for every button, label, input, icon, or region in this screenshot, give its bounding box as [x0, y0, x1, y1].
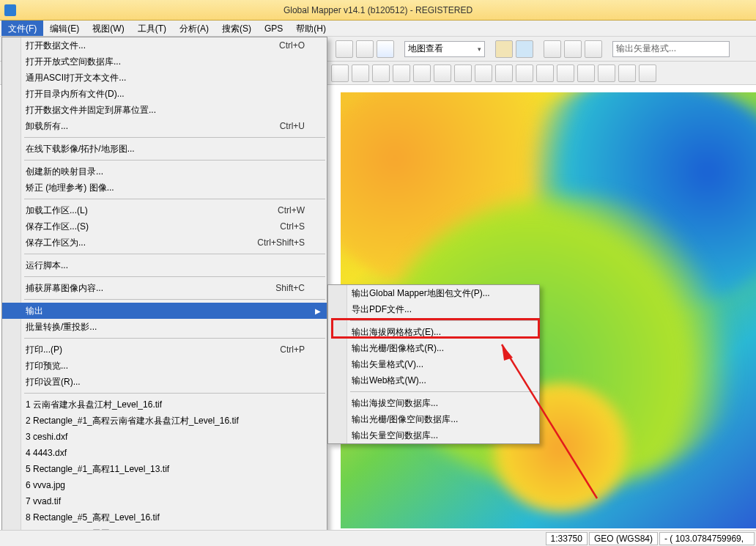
toolbar-button[interactable]: [557, 64, 574, 82]
menu-item[interactable]: 保存工作区为...Ctrl+Shift+S: [2, 235, 327, 251]
menu-bar: 文件(F)编辑(E)视图(W)工具(T)分析(A)搜索(S)GPS帮助(H): [0, 21, 756, 37]
feature-search-input[interactable]: [612, 41, 730, 57]
menu-item[interactable]: 打开数据文件...Ctrl+O: [2, 37, 327, 54]
menu-GPS[interactable]: GPS: [258, 21, 289, 36]
export-submenu: 输出Global Mapper地图包文件(P)...导出PDF文件...输出海拔…: [327, 284, 540, 444]
menu-item-label: 输出: [26, 305, 43, 317]
menu-shortcut: Ctrl+W: [256, 205, 305, 215]
menu-item[interactable]: 捕获屏幕图像内容...Shift+C: [2, 280, 327, 296]
menu-item-label: 打开数据文件并固定到屏幕位置...: [26, 104, 156, 117]
menu-编辑(E)[interactable]: 编辑(E): [43, 21, 86, 36]
toolbar-button[interactable]: [495, 40, 513, 58]
menu-item[interactable]: 输出Web格式(W)...: [328, 372, 539, 388]
menu-item[interactable]: 打印设置(R)...: [2, 374, 327, 390]
menu-文件(F)[interactable]: 文件(F): [1, 21, 43, 36]
menu-item[interactable]: 输出光栅/图像空间数据库...: [328, 411, 539, 427]
menu-视图(W)[interactable]: 视图(W): [86, 21, 130, 36]
menu-item[interactable]: 输出矢量格式(V)...: [328, 356, 539, 372]
toolbar-button[interactable]: [544, 40, 561, 58]
menu-item-label: 4 4443.dxf: [26, 448, 67, 458]
app-icon: [4, 4, 16, 16]
toolbar-button[interactable]: [475, 64, 492, 82]
menu-item[interactable]: 批量转换/重投影...: [2, 319, 327, 335]
menu-item[interactable]: 创建新的映射目录...: [2, 163, 327, 180]
menu-item[interactable]: 输出海拔网格格式(E)...: [328, 324, 539, 340]
menu-item[interactable]: 打开目录内所有文件(D)...: [2, 86, 327, 102]
toolbar-button[interactable]: [413, 64, 431, 82]
menu-item[interactable]: 保存工作区...(S)Ctrl+S: [2, 218, 327, 235]
menu-item[interactable]: 导出PDF文件...: [328, 301, 539, 317]
menu-item-label: 在线下载影像/拓扑/地形图...: [26, 143, 135, 155]
view-mode-combo[interactable]: 地图查看 ▾: [404, 41, 485, 57]
toolbar-button[interactable]: [564, 40, 582, 58]
toolbar-button[interactable]: [454, 64, 472, 82]
toolbar-button[interactable]: [434, 64, 451, 82]
menu-分析(A)[interactable]: 分析(A): [173, 21, 215, 36]
menu-item[interactable]: 运行脚本...: [2, 257, 327, 273]
toolbar-button[interactable]: [495, 64, 513, 82]
menu-item[interactable]: 3 ceshi.dxf: [2, 429, 327, 445]
menu-item[interactable]: 矫正 (地理参考) 图像...: [2, 180, 327, 196]
menu-item[interactable]: 6 vvva.jpg: [2, 477, 327, 493]
menu-item[interactable]: 5 Rectangle_#1_高程11_Level_13.tif: [2, 461, 327, 477]
menu-item[interactable]: 输出▶: [2, 303, 327, 319]
menu-item[interactable]: 打开开放式空间数据库...: [2, 54, 327, 70]
toolbar-button[interactable]: [393, 64, 410, 82]
menu-item[interactable]: 通用ASCII打开文本文件...: [2, 70, 327, 86]
menu-item[interactable]: 输出Global Mapper地图包文件(P)...: [328, 285, 539, 301]
menu-item[interactable]: 打印...(P)Ctrl+P: [2, 342, 327, 358]
menu-item[interactable]: 2 Rectangle_#1_高程云南省建水县盘江村_Level_16.tif: [2, 413, 327, 429]
file-menu-dropdown: 打开数据文件...Ctrl+O打开开放式空间数据库...通用ASCII打开文本文…: [1, 37, 327, 546]
menu-shortcut: Shift+C: [253, 283, 305, 293]
menu-item-label: 打印...(P): [26, 344, 62, 356]
toolbar-button[interactable]: [618, 64, 636, 82]
menu-separator: [350, 320, 538, 321]
toolbar-button[interactable]: [585, 40, 602, 58]
menu-item[interactable]: 打开数据文件并固定到屏幕位置...: [2, 102, 327, 118]
toolbar-button[interactable]: [536, 64, 554, 82]
menu-item[interactable]: 7 vvad.tif: [2, 493, 327, 509]
toolbar-button[interactable]: [377, 40, 394, 58]
status-scale: 1:33750: [546, 532, 588, 545]
menu-item-label: 输出Web格式(W)...: [352, 375, 426, 387]
status-bar: 1:33750 GEO (WGS84) - ( 103.0784759969,: [0, 530, 756, 546]
toolbar-button[interactable]: [516, 40, 533, 58]
status-projection: GEO (WGS84): [589, 532, 658, 545]
window-title: Global Mapper v14.1 (b120512) - REGISTER…: [0, 5, 756, 15]
menu-separator: [24, 393, 325, 394]
toolbar-button[interactable]: [352, 64, 369, 82]
menu-shortcut: Ctrl+U: [258, 121, 305, 131]
menu-item[interactable]: 打印预览...: [2, 358, 327, 374]
title-bar: Global Mapper v14.1 (b120512) - REGISTER…: [0, 0, 756, 21]
menu-item-label: 2 Rectangle_#1_高程云南省建水县盘江村_Level_16.tif: [26, 415, 239, 427]
menu-shortcut: Ctrl+Shift+S: [235, 237, 305, 248]
toolbar-button[interactable]: [356, 40, 374, 58]
toolbar-button[interactable]: [336, 40, 353, 58]
menu-item[interactable]: 加载工作区...(L)Ctrl+W: [2, 202, 327, 218]
menu-item[interactable]: 输出海拔空间数据库...: [328, 395, 539, 411]
menu-separator: [24, 299, 325, 300]
toolbar-button[interactable]: [577, 64, 595, 82]
menu-item[interactable]: 输出光栅/图像格式(R)...: [328, 340, 539, 356]
menu-item[interactable]: 1 云南省建水县盘江村_Level_16.tif: [2, 396, 327, 413]
menu-工具(T)[interactable]: 工具(T): [131, 21, 173, 36]
toolbar-button[interactable]: [516, 64, 533, 82]
menu-item[interactable]: 输出矢量空间数据库...: [328, 427, 539, 443]
menu-item-label: 运行脚本...: [26, 259, 68, 272]
menu-item-label: 输出海拔网格格式(E)...: [352, 326, 441, 339]
chevron-down-icon: ▾: [478, 45, 481, 53]
menu-item[interactable]: 4 4443.dxf: [2, 445, 327, 461]
menu-item-label: 6 vvva.jpg: [26, 480, 65, 490]
menu-item-label: 5 Rectangle_#1_高程11_Level_13.tif: [26, 463, 169, 476]
toolbar-button[interactable]: [598, 64, 615, 82]
toolbar-button[interactable]: [639, 64, 656, 82]
toolbar-button[interactable]: [331, 64, 349, 82]
toolbar-button[interactable]: [372, 64, 390, 82]
menu-搜索(S)[interactable]: 搜索(S): [215, 21, 258, 36]
menu-item-label: 输出矢量格式(V)...: [352, 358, 423, 371]
menu-item[interactable]: 8 Rectangle_#5_高程_Level_16.tif: [2, 509, 327, 525]
menu-item[interactable]: 在线下载影像/拓扑/地形图...: [2, 141, 327, 157]
menu-separator: [24, 276, 325, 277]
menu-item[interactable]: 卸载所有...Ctrl+U: [2, 118, 327, 134]
menu-帮助(H)[interactable]: 帮助(H): [289, 21, 333, 36]
